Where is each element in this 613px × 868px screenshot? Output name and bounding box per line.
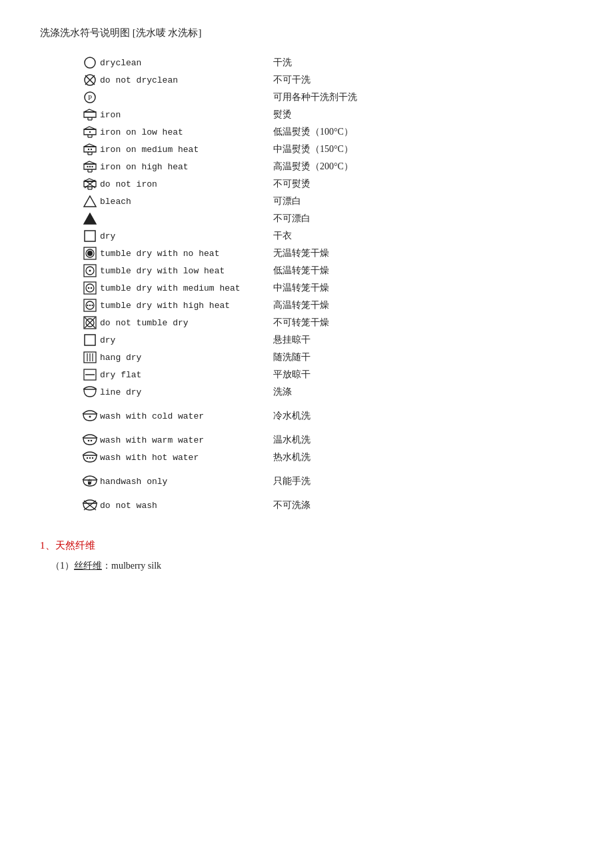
page-title: 洗涤洗水符号说明图 [洗水唛 水洗标]	[40, 27, 573, 39]
svg-rect-61	[85, 335, 95, 345]
iron-low-icon	[80, 126, 100, 138]
no-iron-icon	[80, 178, 100, 190]
bleach-icon	[80, 195, 100, 207]
list-item: wash with warm water 温水机洗	[80, 433, 573, 447]
dryclean-any-icon: P	[80, 91, 100, 104]
iron-medium-icon	[80, 143, 100, 155]
svg-point-72	[89, 457, 91, 459]
svg-marker-17	[84, 147, 96, 152]
svg-point-54	[87, 305, 88, 306]
svg-point-22	[88, 149, 89, 150]
list-item: handwash only 只能手洗	[80, 474, 573, 489]
svg-point-44	[87, 251, 93, 256]
svg-marker-18	[84, 144, 96, 147]
list-item: P 可用各种干洗剂干洗	[80, 90, 573, 105]
svg-marker-40	[84, 213, 96, 224]
svg-point-73	[92, 457, 93, 459]
list-item: tumble dry with medium heat 中温转笼干燥	[80, 281, 573, 295]
tumble-dry-low-icon	[80, 264, 100, 277]
no-wash-icon	[80, 499, 100, 512]
svg-point-70	[91, 440, 93, 442]
list-item: tumble dry with high heat 高温转笼干燥	[80, 298, 573, 313]
no-bleach-icon	[80, 213, 100, 225]
tumble-dry-no-heat-icon	[80, 247, 100, 260]
list-item: do not dryclean 不可干洗	[80, 73, 573, 87]
iron-high-icon	[80, 161, 100, 173]
svg-point-29	[87, 166, 88, 167]
list-item: dry 干衣	[80, 229, 573, 243]
svg-marker-25	[84, 161, 96, 164]
list-item: wash with cold water 冷水机洗	[80, 409, 573, 423]
symbols-table: dryclean 干洗 do not dryclean 不可干洗 P 可用各种干…	[80, 55, 573, 513]
list-item: tumble dry with no heat 无温转笼干燥	[80, 246, 573, 261]
list-item: do not iron 不可熨烫	[80, 177, 573, 191]
list-item: tumble dry with low heat 低温转笼干燥	[80, 263, 573, 278]
section1-title: 1、天然纤维	[40, 539, 573, 552]
dry-icon	[80, 230, 100, 242]
svg-point-68	[89, 416, 91, 418]
svg-point-0	[85, 57, 95, 68]
svg-point-51	[91, 287, 93, 289]
hang-dry-lines-icon	[80, 351, 100, 363]
svg-point-30	[89, 166, 91, 167]
svg-point-47	[89, 270, 91, 272]
dry-flat-icon	[80, 369, 100, 381]
cold-wash-icon	[80, 409, 100, 423]
svg-text:P: P	[88, 93, 92, 101]
list-item: hang dry 随洗随干	[80, 350, 573, 365]
list-item: iron on low heat 低温熨烫（100°C）	[80, 125, 573, 139]
svg-point-55	[89, 305, 91, 306]
handwash-icon	[80, 475, 100, 488]
tumble-dry-high-icon	[80, 299, 100, 312]
svg-point-23	[91, 149, 92, 150]
svg-point-49	[86, 284, 94, 292]
list-item: do not wash 不可洗涤	[80, 498, 573, 513]
svg-point-69	[88, 440, 90, 442]
svg-rect-41	[85, 231, 95, 241]
svg-point-16	[89, 131, 91, 133]
svg-marker-6	[84, 112, 96, 117]
svg-point-71	[87, 457, 88, 459]
list-item: 不可漂白	[80, 211, 573, 226]
subsection1: （1）丝纤维：mulberry silk	[51, 560, 573, 572]
svg-marker-7	[84, 109, 96, 112]
list-item: dry 悬挂晾干	[80, 333, 573, 347]
list-item: wash with hot water 热水机洗	[80, 450, 573, 465]
no-tumble-dry-icon	[80, 316, 100, 329]
svg-point-50	[88, 287, 90, 289]
line-dry-icon	[80, 386, 100, 398]
svg-marker-12	[84, 127, 96, 129]
list-item: iron on medium heat 中温熨烫（150°C）	[80, 142, 573, 157]
warm-wash-icon	[80, 433, 100, 447]
dryclean-icon	[80, 56, 100, 69]
no-dryclean-icon	[80, 73, 100, 87]
list-item: line dry 洗涤	[80, 385, 573, 399]
hot-wash-icon	[80, 451, 100, 464]
svg-marker-39	[84, 196, 96, 207]
list-item: iron on high heat 高温熨烫（200°C）	[80, 159, 573, 174]
tumble-dry-medium-icon	[80, 281, 100, 295]
list-item: dry flat 平放晾干	[80, 367, 573, 382]
svg-point-31	[91, 166, 93, 167]
list-item: bleach 可漂白	[80, 194, 573, 209]
hang-dry-square-icon	[80, 334, 100, 346]
list-item: iron 熨烫	[80, 107, 573, 122]
list-item: dryclean 干洗	[80, 55, 573, 70]
iron-icon	[80, 109, 100, 121]
svg-point-56	[91, 305, 93, 306]
list-item: do not tumble dry 不可转笼干燥	[80, 315, 573, 330]
